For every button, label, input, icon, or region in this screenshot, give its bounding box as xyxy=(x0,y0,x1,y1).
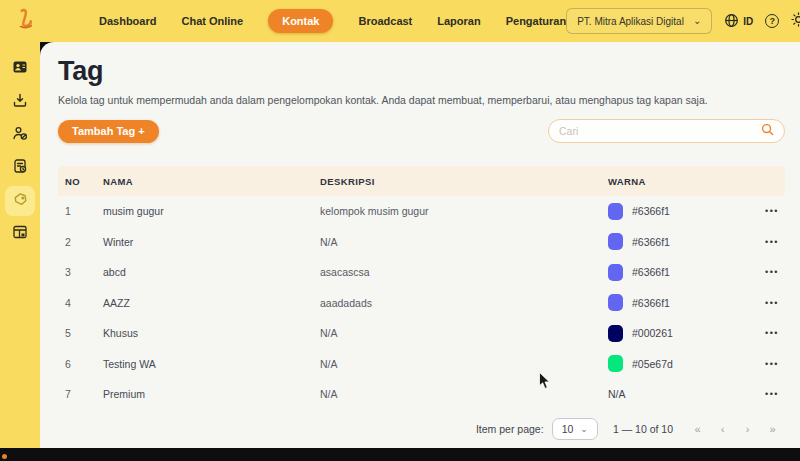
cell-deskripsi: asacascsa xyxy=(320,266,608,278)
color-hex: #6366f1 xyxy=(632,205,670,217)
row-actions-button[interactable]: ••• xyxy=(729,389,785,399)
cell-no: 6 xyxy=(65,358,103,370)
prev-page-button[interactable]: ‹ xyxy=(710,423,735,435)
cell-deskripsi: N/A xyxy=(320,236,608,248)
color-hex: #6366f1 xyxy=(632,266,670,278)
cell-deskripsi: N/A xyxy=(320,327,608,339)
kanban-icon xyxy=(12,224,28,244)
help-button[interactable]: ? xyxy=(765,14,779,28)
cell-no: 3 xyxy=(65,266,103,278)
sidebar-item-kanban[interactable] xyxy=(5,219,35,249)
nav-item-chat-online[interactable]: Chat Online xyxy=(181,15,243,27)
cell-warna: #000261 xyxy=(608,325,729,342)
color-swatch xyxy=(608,325,623,342)
search-icon xyxy=(761,122,774,140)
table-header: NO NAMA DESKRIPSI WARNA xyxy=(58,166,785,196)
cell-deskripsi: N/A xyxy=(320,388,608,400)
row-actions-button[interactable]: ••• xyxy=(729,267,785,277)
page-title: Tag xyxy=(58,56,785,87)
import-icon xyxy=(12,92,28,112)
col-header-warna: WARNA xyxy=(608,176,729,187)
app-window: DashboardChat OnlineKontakBroadcastLapor… xyxy=(0,0,800,461)
table-row: 5 Khusus N/A #000261 ••• xyxy=(58,318,785,349)
color-swatch xyxy=(608,233,623,250)
cell-nama: abcd xyxy=(103,266,320,278)
items-per-page-label: Item per page: xyxy=(476,423,544,435)
cell-nama: musim gugur xyxy=(103,205,320,217)
tags-table: NO NAMA DESKRIPSI WARNA 1 musim gugur ke… xyxy=(58,166,785,443)
table-row: 1 musim gugur kelompok musim gugur #6366… xyxy=(58,196,785,227)
page-description: Kelola tag untuk mempermudah anda dalam … xyxy=(58,94,785,106)
row-actions-button[interactable]: ••• xyxy=(729,298,785,308)
theme-toggle[interactable] xyxy=(791,12,800,31)
sidebar-item-blocked-users[interactable] xyxy=(5,120,35,150)
nav-item-laporan[interactable]: Laporan xyxy=(437,15,480,27)
language-switcher[interactable]: ID xyxy=(724,13,753,30)
table-row: 2 Winter N/A #6366f1 ••• xyxy=(58,227,785,258)
company-selector-value: PT. Mitra Aplikasi Digital xyxy=(577,16,684,27)
question-icon: ? xyxy=(770,16,776,26)
row-actions-button[interactable]: ••• xyxy=(729,206,785,216)
chevron-down-icon: ⌄ xyxy=(580,426,588,432)
search-box xyxy=(548,119,785,143)
cell-no: 1 xyxy=(65,205,103,217)
color-swatch xyxy=(608,294,623,311)
table-footer: Item per page: 10 ⌄ 1 — 10 of 10 « ‹ › » xyxy=(58,415,785,443)
app-logo[interactable] xyxy=(13,5,39,37)
sidebar-item-contacts[interactable] xyxy=(5,54,35,84)
col-header-no: NO xyxy=(65,176,103,187)
table-body: 1 musim gugur kelompok musim gugur #6366… xyxy=(58,196,785,410)
nav-item-broadcast[interactable]: Broadcast xyxy=(358,15,412,27)
cell-nama: Testing WA xyxy=(103,358,320,370)
logo-icon xyxy=(13,6,39,36)
topbar: DashboardChat OnlineKontakBroadcastLapor… xyxy=(0,0,800,42)
main-content: Tag Kelola tag untuk mempermudah anda da… xyxy=(40,42,800,448)
sidebar-item-tags[interactable] xyxy=(5,186,35,216)
tag-icon xyxy=(12,191,28,211)
row-actions-button[interactable]: ••• xyxy=(729,359,785,369)
color-hex: N/A xyxy=(608,388,626,400)
page-range-text: 1 — 10 of 10 xyxy=(613,423,673,435)
table-row: 4 AAZZ aaadadads #6366f1 ••• xyxy=(58,288,785,319)
row-actions-button[interactable]: ••• xyxy=(729,237,785,247)
color-swatch xyxy=(608,355,623,372)
chevron-down-icon: ⌄ xyxy=(693,17,701,25)
col-header-nama: NAMA xyxy=(103,176,320,187)
topbar-controls: PT. Mitra Aplikasi Digital ⌄ ID ? xyxy=(566,8,800,34)
cell-no: 7 xyxy=(65,388,103,400)
items-per-page-select[interactable]: 10 ⌄ xyxy=(552,418,598,440)
row-actions-button[interactable]: ••• xyxy=(729,328,785,338)
nav-item-kontak[interactable]: Kontak xyxy=(268,9,333,33)
cell-deskripsi: aaadadads xyxy=(320,297,608,309)
sun-icon xyxy=(791,12,800,31)
nav-item-pengaturan[interactable]: Pengaturan xyxy=(506,15,567,27)
company-selector[interactable]: PT. Mitra Aplikasi Digital ⌄ xyxy=(566,8,712,34)
next-page-button[interactable]: › xyxy=(735,423,760,435)
sidebar xyxy=(0,42,40,448)
cell-warna: #6366f1 xyxy=(608,294,729,311)
cell-deskripsi: N/A xyxy=(320,358,608,370)
sidebar-item-documents[interactable] xyxy=(5,153,35,183)
search-input[interactable] xyxy=(559,125,755,137)
cell-no: 5 xyxy=(65,327,103,339)
globe-icon xyxy=(724,13,739,30)
cell-nama: Winter xyxy=(103,236,320,248)
cell-deskripsi: kelompok musim gugur xyxy=(320,205,608,217)
cell-warna: #6366f1 xyxy=(608,203,729,220)
nav-item-dashboard[interactable]: Dashboard xyxy=(99,15,156,27)
last-page-button[interactable]: » xyxy=(760,423,785,435)
table-row: 6 Testing WA N/A #05e67d ••• xyxy=(58,349,785,380)
pager: « ‹ › » xyxy=(685,423,785,435)
document-icon xyxy=(12,158,28,178)
cell-warna: #05e67d xyxy=(608,355,729,372)
first-page-button[interactable]: « xyxy=(685,423,710,435)
table-row: 3 abcd asacascsa #6366f1 ••• xyxy=(58,257,785,288)
color-swatch xyxy=(608,264,623,281)
sidebar-item-import[interactable] xyxy=(5,87,35,117)
color-hex: #6366f1 xyxy=(632,236,670,248)
add-tag-button[interactable]: Tambah Tag + xyxy=(58,120,159,143)
cell-nama: Premium xyxy=(103,388,320,400)
topbar-nav: DashboardChat OnlineKontakBroadcastLapor… xyxy=(99,9,566,33)
cell-warna: N/A xyxy=(608,388,729,400)
cell-warna: #6366f1 xyxy=(608,264,729,281)
